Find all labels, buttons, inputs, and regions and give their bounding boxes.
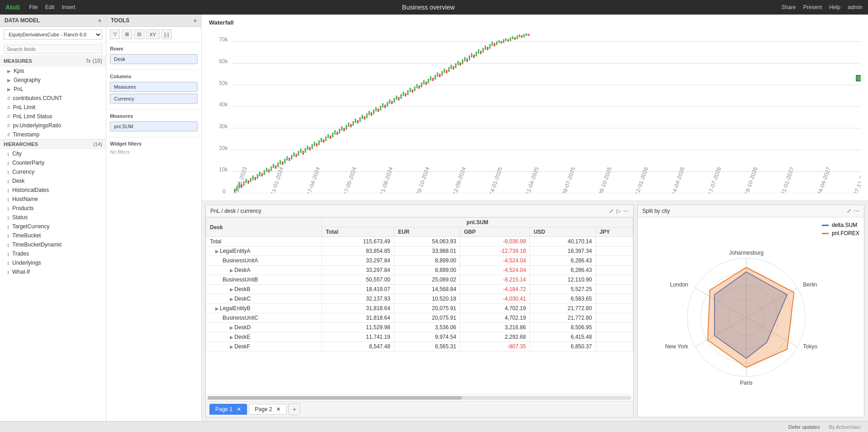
rows-desk-item[interactable]: Desk bbox=[110, 54, 198, 64]
svg-rect-98 bbox=[421, 82, 422, 87]
svg-rect-38 bbox=[284, 159, 286, 164]
measures-label: MEASURES bbox=[4, 58, 32, 64]
collapse-data-model[interactable]: « bbox=[98, 17, 101, 24]
measures-tools-label: Measures bbox=[110, 113, 198, 119]
hierarchy-underlyings[interactable]: ⫿ Underlyings bbox=[0, 258, 106, 267]
columns-measures-item[interactable]: Measures bbox=[110, 82, 198, 92]
add-tab-button[interactable]: + bbox=[288, 403, 300, 415]
menu-edit[interactable]: Edit bbox=[45, 4, 55, 10]
columns-section: Columns Measures Currency bbox=[106, 70, 201, 110]
topbar-left: Atoti File Edit Insert bbox=[5, 4, 75, 11]
search-input[interactable] bbox=[4, 45, 102, 54]
measures-kpis[interactable]: ▶ Kpis bbox=[0, 66, 106, 75]
svg-rect-65 bbox=[346, 125, 347, 130]
svg-text:17-07-2026: 17-07-2026 bbox=[707, 166, 722, 193]
measures-list: ▶ Kpis ▶ Geography ▶ PnL # contributors.… bbox=[0, 66, 106, 139]
menu-file[interactable]: File bbox=[29, 4, 38, 10]
hierarchy-time-bucket-dynamic[interactable]: ⫿ TimeBucketDynamic bbox=[0, 240, 106, 249]
admin-button[interactable]: admin bbox=[848, 4, 863, 10]
svg-text:11-04-2025: 11-04-2025 bbox=[525, 166, 540, 193]
columns-currency-item[interactable]: Currency bbox=[110, 94, 198, 104]
hierarchy-desk[interactable]: ⫿ Desk bbox=[0, 176, 106, 186]
row-label: ▶DeskB bbox=[206, 285, 322, 294]
page-tab-2[interactable]: Page 2 ✕ bbox=[249, 404, 287, 415]
formula-icon[interactable]: fx bbox=[86, 58, 90, 64]
svg-rect-89 bbox=[400, 94, 402, 99]
sort-tool[interactable]: ⊞ bbox=[122, 30, 132, 39]
measures-pnl-limit[interactable]: # PnL Limit bbox=[0, 103, 106, 112]
svg-rect-64 bbox=[343, 128, 345, 131]
play-widget-button[interactable]: ▷ bbox=[616, 208, 620, 214]
expand-widget-button[interactable]: ⤢ bbox=[609, 208, 614, 214]
svg-rect-52 bbox=[316, 143, 317, 146]
hierarchy-hostname[interactable]: ⫿ HostName bbox=[0, 195, 106, 204]
measures-kpis-label: Kpis bbox=[14, 68, 24, 74]
svg-rect-99 bbox=[423, 80, 425, 85]
hierarchy-historical-dates[interactable]: ⫿ HistoricalDates bbox=[0, 186, 106, 195]
hierarchy-what-if[interactable]: ⫿ What-If bbox=[0, 267, 106, 276]
row-jpy bbox=[596, 266, 633, 275]
measures-pnl-limit-status[interactable]: # PnL Limit Status bbox=[0, 112, 106, 121]
svg-rect-50 bbox=[312, 144, 313, 149]
minus-tool[interactable]: [-] bbox=[161, 30, 172, 39]
svg-rect-31 bbox=[268, 169, 269, 172]
svg-text:0: 0 bbox=[223, 188, 226, 193]
svg-text:40k: 40k bbox=[219, 101, 228, 108]
measures-timestamp[interactable]: # Timestamp bbox=[0, 130, 106, 139]
widget-filters-label: Widget filters bbox=[110, 141, 198, 146]
row-total: 8,547.48 bbox=[322, 342, 394, 352]
svg-rect-97 bbox=[419, 85, 420, 89]
measures-pv-underlyings-ratio[interactable]: # pv.UnderlyingsRatio bbox=[0, 121, 106, 130]
collapse-tools[interactable]: « bbox=[193, 17, 197, 24]
hierarchy-trades[interactable]: ⫿ Trades bbox=[0, 249, 106, 258]
hierarchy-what-if-label: What-If bbox=[12, 269, 30, 275]
measures-contributors-count[interactable]: # contributors.COUNT bbox=[0, 94, 106, 103]
more-widget-button[interactable]: ⋯ bbox=[623, 208, 629, 214]
page-tab-2-close[interactable]: ✕ bbox=[276, 406, 281, 412]
row-gbp: 4,702.19 bbox=[460, 313, 530, 323]
cube-select[interactable]: EquityDerivativesCube - Ranch 6.0 bbox=[4, 30, 102, 40]
svg-rect-70 bbox=[357, 120, 358, 123]
measures-pnlsum-item[interactable]: pnl.SUM bbox=[110, 121, 198, 131]
radar-more-button[interactable]: ⋯ bbox=[854, 208, 859, 214]
radar-legend: delta.SUM pnl.FOREX bbox=[822, 222, 859, 238]
svg-rect-82 bbox=[384, 105, 386, 108]
svg-text:70k: 70k bbox=[219, 36, 228, 43]
svg-rect-107 bbox=[441, 71, 443, 76]
share-button[interactable]: Share bbox=[781, 4, 796, 10]
hierarchy-products[interactable]: ⫿ Products bbox=[0, 204, 106, 213]
row-total: 31,818.64 bbox=[322, 304, 394, 313]
hierarchy-target-currency[interactable]: ⫿ TargetCurrency bbox=[0, 222, 106, 231]
filter-tool[interactable]: ▽ bbox=[110, 30, 120, 39]
page-tab-1-close[interactable]: ✕ bbox=[237, 406, 241, 412]
page-tab-2-label: Page 2 bbox=[255, 406, 272, 412]
radar-widget: Split by city ⤢ ⋯ bbox=[637, 205, 864, 417]
page-tab-1[interactable]: Page 1 ✕ bbox=[209, 404, 247, 415]
measures-tools-section: Measures pnl.SUM bbox=[106, 110, 201, 137]
svg-rect-60 bbox=[334, 130, 336, 135]
help-button[interactable]: Help bbox=[829, 4, 841, 10]
hierarchy-status[interactable]: ⫿ Status bbox=[0, 213, 106, 222]
hierarchy-desk-label: Desk bbox=[12, 178, 25, 184]
pivot-tool[interactable]: ⊟ bbox=[134, 30, 144, 39]
present-button[interactable]: Present bbox=[803, 4, 822, 10]
tools-panel: TOOLS « ▽ ⊞ ⊟ XY [-] Rows Desk Columns M… bbox=[106, 15, 202, 421]
table-row: ▶LegalEntityB 31,818.64 20,075.91 4,702.… bbox=[206, 304, 633, 313]
menu-insert[interactable]: Insert bbox=[62, 4, 75, 10]
row-total: 33,297.84 bbox=[322, 266, 394, 275]
xy-tool[interactable]: XY bbox=[146, 30, 159, 39]
measures-section-header: MEASURES fx (18) bbox=[0, 56, 106, 66]
svg-text:27-11-2028: 27-11-2028 bbox=[853, 166, 861, 193]
hierarchies-label: HIERARCHIES bbox=[4, 141, 38, 147]
hierarchy-currency[interactable]: ⫿ Currency bbox=[0, 167, 106, 176]
pnl-forex-polygon bbox=[708, 267, 794, 367]
hierarchy-time-bucket[interactable]: ⫿ TimeBucket bbox=[0, 231, 106, 240]
svg-rect-75 bbox=[368, 111, 370, 116]
svg-text:London: London bbox=[670, 281, 688, 288]
hierarchy-city[interactable]: ⫿ City bbox=[0, 149, 106, 158]
defer-updates[interactable]: Defer updates bbox=[789, 424, 820, 430]
radar-expand-button[interactable]: ⤢ bbox=[847, 208, 851, 214]
measures-geography[interactable]: ▶ Geography bbox=[0, 75, 106, 85]
hierarchy-counterparty[interactable]: ⫿ CounterParty bbox=[0, 158, 106, 167]
measures-pnl[interactable]: ▶ PnL bbox=[0, 85, 106, 94]
